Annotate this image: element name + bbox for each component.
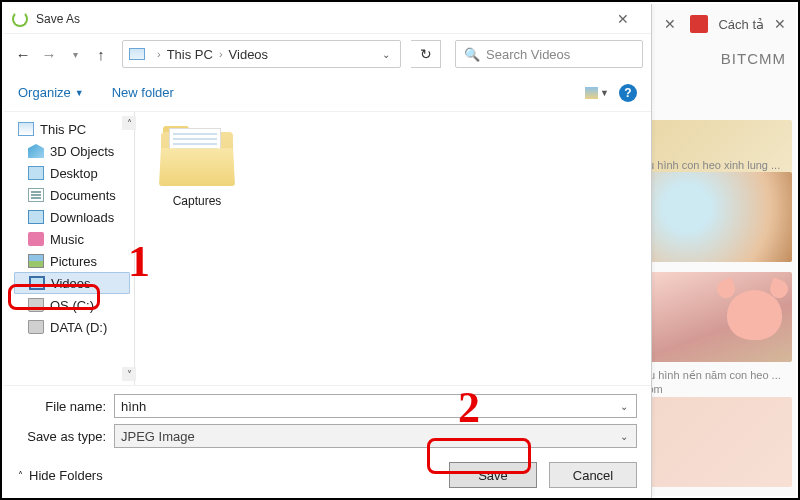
breadcrumb-folder[interactable]: Videos: [229, 47, 269, 62]
bg-tab-label: Cách tả: [718, 17, 764, 32]
nav-forward-button[interactable]: →: [38, 43, 60, 65]
nav-up-button[interactable]: ↑: [90, 43, 112, 65]
toolbar: Organize ▼ New folder ▼ ?: [4, 74, 651, 112]
search-box[interactable]: 🔍 Search Videos: [455, 40, 643, 68]
folder-icon: [159, 126, 235, 186]
filename-label: File name:: [18, 399, 114, 414]
address-bar[interactable]: › This PC › Videos ⌄: [122, 40, 401, 68]
nav-back-button[interactable]: ←: [12, 43, 34, 65]
tree-os-c[interactable]: OS (C:): [14, 294, 130, 316]
titlebar: Save As ✕: [4, 4, 651, 34]
save-as-dialog: Save As ✕ ← → ▾ ↑ › This PC › Videos ⌄ ↻…: [4, 4, 652, 498]
chevron-down-icon: ▼: [75, 88, 84, 98]
tree-3d-objects[interactable]: 3D Objects: [14, 140, 130, 162]
bg-tab-favicon: [690, 15, 708, 33]
savetype-label: Save as type:: [18, 429, 114, 444]
savetype-select[interactable]: JPEG Image ⌄: [114, 424, 637, 448]
tree-label: Desktop: [50, 166, 98, 181]
nav-recent-dropdown[interactable]: ▾: [64, 43, 86, 65]
bg-caption-4b: com: [642, 382, 792, 396]
bg-thumb-3: [642, 272, 792, 362]
savetype-value: JPEG Image: [121, 429, 195, 444]
tree-label: Videos: [51, 276, 91, 291]
dialog-footer: ˄ Hide Folders Save Cancel: [4, 452, 651, 498]
refresh-button[interactable]: ↻: [411, 40, 441, 68]
tree-scroll-up[interactable]: ˄: [122, 116, 136, 130]
folder-label: Captures: [155, 194, 239, 208]
pc-icon: [129, 48, 145, 60]
tree-label: Music: [50, 232, 84, 247]
window-close-button[interactable]: ✕: [603, 5, 643, 33]
chevron-down-icon: ▼: [600, 88, 609, 98]
file-list[interactable]: Captures: [135, 112, 651, 385]
breadcrumb-root[interactable]: This PC: [167, 47, 213, 62]
tree-label: OS (C:): [50, 298, 94, 313]
tree-label: DATA (D:): [50, 320, 107, 335]
hide-folders-button[interactable]: ˄ Hide Folders: [18, 468, 103, 483]
tree-downloads[interactable]: Downloads: [14, 206, 130, 228]
nav-row: ← → ▾ ↑ › This PC › Videos ⌄ ↻ 🔍 Search …: [4, 34, 651, 74]
filename-fields: File name: hình ⌄ Save as type: JPEG Ima…: [4, 385, 651, 452]
help-button[interactable]: ?: [619, 84, 637, 102]
filename-input[interactable]: hình ⌄: [114, 394, 637, 418]
bg-thumb-2: [642, 172, 792, 262]
tree-label: Pictures: [50, 254, 97, 269]
filename-value: hình: [121, 399, 146, 414]
cancel-button[interactable]: Cancel: [549, 462, 637, 488]
tree-label: Downloads: [50, 210, 114, 225]
folder-captures[interactable]: Captures: [155, 126, 239, 208]
background-browser: ✕ Cách tả ✕ BITCMM hu hình con heo xinh …: [636, 4, 796, 496]
breadcrumb-sep-2: ›: [219, 48, 223, 60]
save-button[interactable]: Save: [449, 462, 537, 488]
tree-music[interactable]: Music: [14, 228, 130, 250]
search-placeholder: Search Videos: [486, 47, 570, 62]
bg-caption-4: ẩu hình nền năm con heo ...: [642, 368, 792, 382]
new-folder-button[interactable]: New folder: [112, 85, 174, 100]
window-title: Save As: [36, 12, 603, 26]
tree-data-d[interactable]: DATA (D:): [14, 316, 130, 338]
search-icon: 🔍: [464, 47, 480, 62]
breadcrumb-sep-1: ›: [157, 48, 161, 60]
view-icon: [585, 87, 598, 99]
bg-caption-2: hu hình con heo xinh lung ...: [642, 158, 792, 172]
bg-thumb-4: [642, 397, 792, 487]
address-dropdown-icon[interactable]: ⌄: [378, 49, 394, 60]
tree-videos[interactable]: Videos: [14, 272, 130, 294]
nav-tree: ˄ This PC 3D Objects Desktop Documents D…: [4, 112, 134, 385]
tree-this-pc[interactable]: This PC: [14, 118, 130, 140]
tree-label: This PC: [40, 122, 86, 137]
tree-desktop[interactable]: Desktop: [14, 162, 130, 184]
chevron-up-icon: ˄: [18, 470, 23, 481]
organize-button[interactable]: Organize ▼: [18, 85, 84, 100]
bg-tab-close-icon-2: ✕: [770, 14, 790, 34]
tree-scroll-down[interactable]: ˅: [122, 367, 136, 381]
savetype-dropdown-icon[interactable]: ⌄: [618, 431, 630, 442]
tree-label: 3D Objects: [50, 144, 114, 159]
app-icon: [12, 11, 28, 27]
bg-page-title-fragment: BITCMM: [721, 50, 786, 67]
filename-dropdown-icon[interactable]: ⌄: [618, 401, 630, 412]
organize-label: Organize: [18, 85, 71, 100]
tree-label: Documents: [50, 188, 116, 203]
view-options-button[interactable]: ▼: [585, 84, 609, 102]
tree-documents[interactable]: Documents: [14, 184, 130, 206]
bg-tab-close-icon: ✕: [660, 14, 680, 34]
hide-folders-label: Hide Folders: [29, 468, 103, 483]
tree-pictures[interactable]: Pictures: [14, 250, 130, 272]
